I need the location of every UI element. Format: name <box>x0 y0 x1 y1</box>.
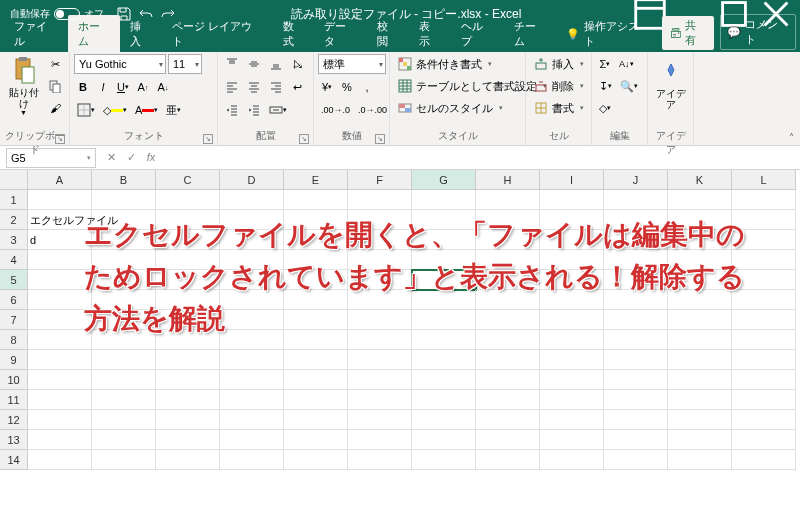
cell-I4[interactable] <box>540 250 604 270</box>
cell-B13[interactable] <box>92 430 156 450</box>
cell-E4[interactable] <box>284 250 348 270</box>
cancel-formula-button[interactable]: ✕ <box>102 151 120 164</box>
cell-B8[interactable] <box>92 330 156 350</box>
tab-data[interactable]: データ <box>314 15 367 52</box>
cell-L8[interactable] <box>732 330 796 350</box>
align-right-button[interactable] <box>266 77 286 97</box>
cell-G6[interactable] <box>412 290 476 310</box>
cell-A5[interactable] <box>28 270 92 290</box>
column-header[interactable]: E <box>284 170 348 190</box>
cell-J3[interactable] <box>604 230 668 250</box>
row-header[interactable]: 5 <box>0 270 28 290</box>
tab-formulas[interactable]: 数式 <box>273 15 315 52</box>
comma-button[interactable]: , <box>358 77 376 97</box>
percent-button[interactable]: % <box>338 77 356 97</box>
cell-L12[interactable] <box>732 410 796 430</box>
clipboard-launcher[interactable]: ↘ <box>55 134 65 144</box>
cell-I7[interactable] <box>540 310 604 330</box>
cell-B14[interactable] <box>92 450 156 470</box>
column-header[interactable]: L <box>732 170 796 190</box>
cell-D13[interactable] <box>220 430 284 450</box>
cell-G11[interactable] <box>412 390 476 410</box>
cell-D8[interactable] <box>220 330 284 350</box>
cell-B5[interactable] <box>92 270 156 290</box>
tell-me[interactable]: 💡 操作アシスト <box>556 15 659 52</box>
delete-cells-button[interactable]: 削除▾ <box>530 76 588 96</box>
cell-B4[interactable] <box>92 250 156 270</box>
tab-review[interactable]: 校閲 <box>367 15 409 52</box>
format-cells-button[interactable]: 書式▾ <box>530 98 588 118</box>
cell-L5[interactable] <box>732 270 796 290</box>
cell-E11[interactable] <box>284 390 348 410</box>
number-format-combo[interactable]: 標準 <box>318 54 386 74</box>
cell-H14[interactable] <box>476 450 540 470</box>
cell-C2[interactable] <box>156 210 220 230</box>
cell-I9[interactable] <box>540 350 604 370</box>
row-header[interactable]: 6 <box>0 290 28 310</box>
cell-I14[interactable] <box>540 450 604 470</box>
accounting-button[interactable]: ¥▾ <box>318 77 336 97</box>
cell-F2[interactable] <box>348 210 412 230</box>
cell-K12[interactable] <box>668 410 732 430</box>
cell-H11[interactable] <box>476 390 540 410</box>
cell-C9[interactable] <box>156 350 220 370</box>
cell-G7[interactable] <box>412 310 476 330</box>
increase-decimal-button[interactable]: .00→.0 <box>318 100 353 120</box>
cell-D12[interactable] <box>220 410 284 430</box>
cell-F3[interactable] <box>348 230 412 250</box>
tab-help[interactable]: ヘルプ <box>451 15 504 52</box>
cell-E7[interactable] <box>284 310 348 330</box>
cell-G8[interactable] <box>412 330 476 350</box>
cell-F1[interactable] <box>348 190 412 210</box>
column-header[interactable]: A <box>28 170 92 190</box>
cell-L7[interactable] <box>732 310 796 330</box>
cell-I12[interactable] <box>540 410 604 430</box>
cell-J5[interactable] <box>604 270 668 290</box>
cell-A1[interactable] <box>28 190 92 210</box>
row-header[interactable]: 3 <box>0 230 28 250</box>
cell-K3[interactable] <box>668 230 732 250</box>
column-header[interactable]: F <box>348 170 412 190</box>
fx-button[interactable]: fx <box>142 151 160 164</box>
column-header[interactable]: B <box>92 170 156 190</box>
column-header[interactable]: C <box>156 170 220 190</box>
cell-B3[interactable] <box>92 230 156 250</box>
cell-L4[interactable] <box>732 250 796 270</box>
fill-color-button[interactable]: ◇▾ <box>100 100 130 120</box>
cell-E12[interactable] <box>284 410 348 430</box>
cell-G3[interactable] <box>412 230 476 250</box>
cell-C11[interactable] <box>156 390 220 410</box>
cell-I6[interactable] <box>540 290 604 310</box>
cell-J12[interactable] <box>604 410 668 430</box>
cell-B2[interactable] <box>92 210 156 230</box>
cell-L3[interactable] <box>732 230 796 250</box>
cell-A11[interactable] <box>28 390 92 410</box>
cell-C6[interactable] <box>156 290 220 310</box>
cell-K9[interactable] <box>668 350 732 370</box>
borders-button[interactable]: ▾ <box>74 100 98 120</box>
cell-L9[interactable] <box>732 350 796 370</box>
cell-I5[interactable] <box>540 270 604 290</box>
cell-E1[interactable] <box>284 190 348 210</box>
cell-A8[interactable] <box>28 330 92 350</box>
decrease-indent-button[interactable] <box>222 100 242 120</box>
cell-G13[interactable] <box>412 430 476 450</box>
align-top-button[interactable] <box>222 54 242 74</box>
tab-view[interactable]: 表示 <box>409 15 451 52</box>
cell-H4[interactable] <box>476 250 540 270</box>
cell-K11[interactable] <box>668 390 732 410</box>
cell-H2[interactable] <box>476 210 540 230</box>
align-center-button[interactable] <box>244 77 264 97</box>
cell-F12[interactable] <box>348 410 412 430</box>
cell-K2[interactable] <box>668 210 732 230</box>
cell-K14[interactable] <box>668 450 732 470</box>
tab-insert[interactable]: 挿入 <box>120 15 162 52</box>
row-header[interactable]: 8 <box>0 330 28 350</box>
cell-B6[interactable] <box>92 290 156 310</box>
row-header[interactable]: 12 <box>0 410 28 430</box>
column-header[interactable]: D <box>220 170 284 190</box>
cell-F5[interactable] <box>348 270 412 290</box>
column-header[interactable]: K <box>668 170 732 190</box>
cell-H3[interactable] <box>476 230 540 250</box>
cell-K7[interactable] <box>668 310 732 330</box>
